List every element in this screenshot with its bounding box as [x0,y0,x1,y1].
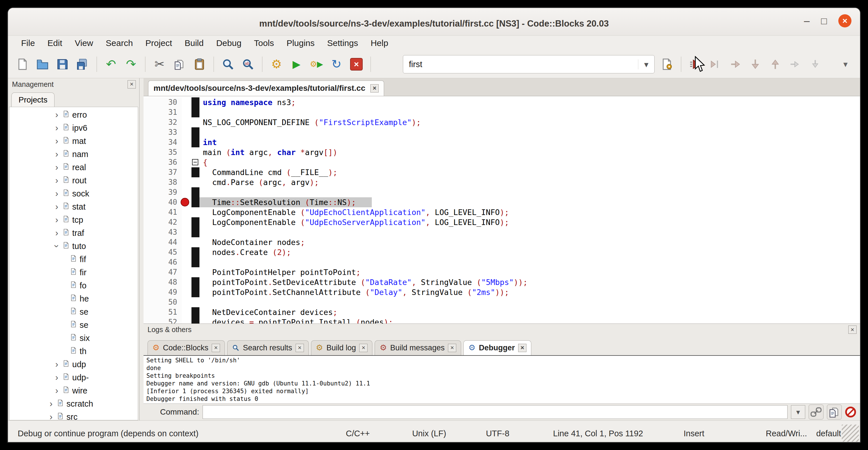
menu-tools[interactable]: Tools [248,36,280,51]
line-number[interactable]: 51 [144,307,182,317]
tree-item-tuto[interactable]: ›tuto [9,240,138,253]
marker-margin[interactable] [182,97,191,108]
step-out-button[interactable] [768,57,783,72]
tree-item-ipv6[interactable]: ›ipv6 [9,121,138,134]
new-file-button[interactable] [15,57,30,72]
undo-button[interactable]: ↶ [103,57,119,72]
marker-margin[interactable] [182,307,191,317]
line-number[interactable]: 42 [144,217,182,227]
titlebar[interactable]: mnt/dev/tools/source/ns-3-dev/examples/t… [8,8,860,36]
log-tab-build-log[interactable]: ⚙Build log× [311,340,373,355]
menu-project[interactable]: Project [139,36,178,51]
marker-margin[interactable] [182,247,191,257]
save-file-button[interactable] [55,57,70,72]
cut-button[interactable]: ✂ [152,57,167,72]
tree-item-scratch[interactable]: ›scratch [9,397,138,410]
build-target-combo[interactable]: first▾ [403,55,655,73]
open-file-button[interactable] [35,57,50,72]
command-history-dropdown[interactable]: ▾ [791,405,805,419]
close-button[interactable]: × [838,14,851,27]
run-button[interactable]: ▶ [289,57,304,72]
chevron-collapsed-icon[interactable]: › [53,136,61,146]
line-number[interactable]: 46 [144,257,182,267]
run-to-cursor-button[interactable] [708,57,723,72]
step-into-instruction-button[interactable] [807,57,823,72]
marker-margin[interactable] [182,297,191,307]
marker-margin[interactable] [182,267,191,277]
line-number[interactable]: 36 [144,157,182,167]
tree-item-mat[interactable]: ›mat [9,134,138,148]
marker-margin[interactable] [182,127,191,137]
menu-edit[interactable]: Edit [41,36,68,51]
abort-build-button[interactable]: × [349,57,364,72]
chevron-expanded-icon[interactable]: › [52,242,62,250]
marker-margin[interactable] [182,227,191,237]
line-number[interactable]: 41 [144,207,182,217]
chevron-collapsed-icon[interactable]: › [53,386,61,396]
close-icon[interactable]: × [518,344,526,352]
chevron-collapsed-icon[interactable]: › [53,202,61,212]
breakpoint-icon[interactable] [181,198,189,206]
close-icon[interactable]: × [128,80,136,89]
marker-margin[interactable] [182,317,191,324]
line-number[interactable]: 37 [144,167,182,177]
marker-margin[interactable] [182,147,191,157]
chevron-collapsed-icon[interactable]: › [53,123,61,133]
fold-marker-icon[interactable] [192,159,198,165]
menu-search[interactable]: Search [100,36,139,51]
marker-margin[interactable] [182,137,191,147]
paste-button[interactable] [192,57,207,72]
line-number[interactable]: 44 [144,237,182,247]
log-tab-build-messages[interactable]: ⚙Build messages× [375,340,461,355]
toolbar-options-button[interactable]: ▾ [838,57,853,72]
next-line-button[interactable] [727,57,743,72]
tree-item-stat[interactable]: ›stat [9,200,138,213]
tree-item-six[interactable]: six [9,331,138,344]
line-number[interactable]: 32 [144,117,182,127]
tree-item-se[interactable]: se [9,305,138,318]
minimize-button[interactable]: – [804,15,809,27]
tree-item-rout[interactable]: ›rout [9,174,138,187]
chevron-collapsed-icon[interactable]: › [47,412,55,420]
editor-tab[interactable]: mnt/dev/tools/source/ns-3-dev/examples/t… [148,81,384,96]
stop-debugger-icon[interactable] [845,407,856,417]
marker-margin[interactable] [182,197,191,207]
tree-item-erro[interactable]: ›erro [9,108,138,121]
marker-margin[interactable] [182,207,191,217]
menu-plugins[interactable]: Plugins [280,36,321,51]
debug-continue-button[interactable] [688,57,703,72]
menu-build[interactable]: Build [178,36,210,51]
next-instruction-button[interactable] [787,57,803,72]
menu-debug[interactable]: Debug [210,36,248,51]
line-number[interactable]: 39 [144,187,182,197]
build-button[interactable]: ⚙ [269,57,284,72]
editor-tab-close-icon[interactable]: × [370,84,379,92]
chevron-collapsed-icon[interactable]: › [47,399,55,409]
line-number[interactable]: 40 [144,197,182,207]
tree-item-real[interactable]: ›real [9,161,138,174]
marker-margin[interactable] [182,287,191,297]
chevron-collapsed-icon[interactable]: › [53,188,61,199]
tree-item-sock[interactable]: ›sock [9,187,138,200]
copy-log-button[interactable] [827,404,842,419]
close-icon[interactable]: × [359,344,368,352]
link-button[interactable] [809,404,824,419]
log-tab-code-blocks[interactable]: ⚙Code::Blocks× [148,340,225,355]
tree-item-tcp[interactable]: ›tcp [9,213,138,227]
marker-margin[interactable] [182,167,191,177]
close-icon[interactable]: × [848,326,857,334]
marker-margin[interactable] [182,177,191,187]
line-number[interactable]: 34 [144,137,182,147]
menu-file[interactable]: File [15,36,41,51]
tree-item-fo[interactable]: fo [9,279,138,292]
tree-item-he[interactable]: he [9,292,138,305]
tree-item-src[interactable]: ›src [9,410,138,420]
step-into-button[interactable] [748,57,763,72]
marker-margin[interactable] [182,237,191,247]
copy-button[interactable] [172,57,187,72]
log-tab-debugger[interactable]: ⚙Debugger× [463,340,531,355]
tree-item-fif[interactable]: fif [9,253,138,266]
marker-margin[interactable] [182,257,191,267]
marker-margin[interactable] [182,217,191,227]
chevron-collapsed-icon[interactable]: › [53,359,61,369]
